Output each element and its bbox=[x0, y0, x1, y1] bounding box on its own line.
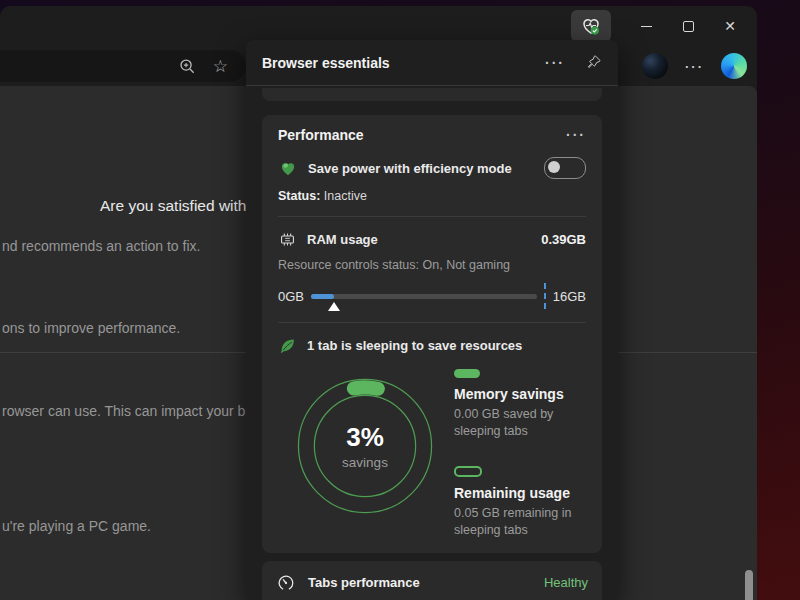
desktop-background: ✕ ☆ ··· Are you satisfied with pe nd rec… bbox=[0, 0, 800, 600]
address-bar[interactable]: ☆ bbox=[0, 50, 246, 82]
performance-title: Performance bbox=[278, 127, 566, 143]
browser-essentials-button[interactable] bbox=[571, 10, 611, 42]
efficiency-mode-label: Save power with efficiency mode bbox=[308, 161, 534, 176]
savings-chart-row: 3% savings Memory savings 0.00 GB saved … bbox=[278, 365, 586, 539]
ram-usage-marker-icon[interactable] bbox=[328, 302, 340, 311]
tabs-performance-card[interactable]: Tabs performance Healthy bbox=[262, 561, 602, 600]
gauge-icon bbox=[276, 573, 296, 593]
favorites-star-icon[interactable]: ☆ bbox=[213, 58, 228, 75]
profile-avatar[interactable] bbox=[642, 53, 668, 79]
efficiency-leaf-heart-icon bbox=[278, 158, 298, 178]
section-divider bbox=[278, 322, 586, 323]
tabs-performance-status: Healthy bbox=[544, 575, 588, 590]
page-heading-fragment: Are you satisfied with pe bbox=[100, 197, 268, 215]
section-divider bbox=[278, 216, 586, 217]
savings-donut-chart: 3% savings bbox=[290, 371, 440, 521]
legend-item-remaining-usage: Remaining usage 0.05 GB remaining in sle… bbox=[454, 466, 599, 539]
close-icon: ✕ bbox=[724, 18, 736, 34]
page-text-fragment: ons to improve performance. bbox=[2, 320, 180, 336]
scrollbar-thumb[interactable] bbox=[745, 570, 753, 600]
copilot-icon[interactable] bbox=[721, 53, 747, 79]
sleeping-leaf-icon bbox=[278, 336, 297, 355]
page-text-fragment: u're playing a PC game. bbox=[2, 518, 151, 534]
slider-max-label: 16GB bbox=[553, 289, 586, 304]
maximize-button[interactable] bbox=[667, 10, 709, 42]
sleeping-tabs-headline: 1 tab is sleeping to save resources bbox=[307, 338, 522, 353]
heart-pulse-check-icon bbox=[579, 14, 603, 38]
close-button[interactable]: ✕ bbox=[709, 10, 751, 42]
pin-icon[interactable] bbox=[585, 54, 602, 71]
donut-legend: Memory savings 0.00 GB saved by sleeping… bbox=[454, 365, 599, 539]
tabs-performance-label: Tabs performance bbox=[308, 575, 532, 590]
flyout-title: Browser essentials bbox=[262, 55, 545, 71]
ram-usage-fill bbox=[311, 294, 334, 299]
scrolled-card-edge bbox=[262, 88, 602, 101]
ram-limit-indicator bbox=[544, 283, 546, 309]
settings-more-button[interactable]: ··· bbox=[685, 59, 704, 74]
ram-slider-row: 0GB 16GB bbox=[278, 283, 586, 309]
toggle-knob bbox=[548, 161, 560, 173]
remaining-usage-swatch bbox=[454, 466, 482, 477]
ram-chip-icon bbox=[278, 230, 297, 249]
ram-usage-label: RAM usage bbox=[307, 232, 531, 247]
flyout-header-divider bbox=[246, 85, 618, 86]
minimize-icon bbox=[641, 26, 652, 27]
performance-more-button[interactable]: ··· bbox=[566, 128, 586, 142]
toolbar-right: ··· bbox=[642, 53, 747, 79]
efficiency-mode-toggle[interactable] bbox=[544, 157, 586, 179]
maximize-icon bbox=[683, 21, 694, 32]
slider-min-label: 0GB bbox=[278, 289, 304, 304]
savings-percent: 3% bbox=[346, 422, 384, 453]
ram-usage-value: 0.39GB bbox=[541, 232, 586, 247]
flyout-header: Browser essentials ··· bbox=[246, 40, 618, 85]
minimize-button[interactable] bbox=[625, 10, 667, 42]
browser-essentials-flyout: Browser essentials ··· Performance ··· S… bbox=[246, 40, 618, 600]
ram-limit-slider[interactable] bbox=[311, 294, 537, 299]
zoom-icon[interactable] bbox=[178, 57, 197, 76]
performance-card: Performance ··· Save power with efficien… bbox=[262, 115, 602, 553]
legend-item-memory-savings: Memory savings 0.00 GB saved by sleeping… bbox=[454, 369, 599, 440]
memory-savings-swatch bbox=[454, 369, 480, 378]
page-text-fragment: nd recommends an action to fix. bbox=[2, 238, 200, 254]
savings-caption: savings bbox=[342, 455, 388, 470]
resource-controls-status: Resource controls status: On, Not gaming bbox=[278, 258, 586, 272]
page-text-fragment: rowser can use. This can impact your bro… bbox=[2, 403, 268, 419]
efficiency-status: Status: Inactive bbox=[278, 189, 586, 203]
flyout-more-button[interactable]: ··· bbox=[545, 56, 565, 70]
